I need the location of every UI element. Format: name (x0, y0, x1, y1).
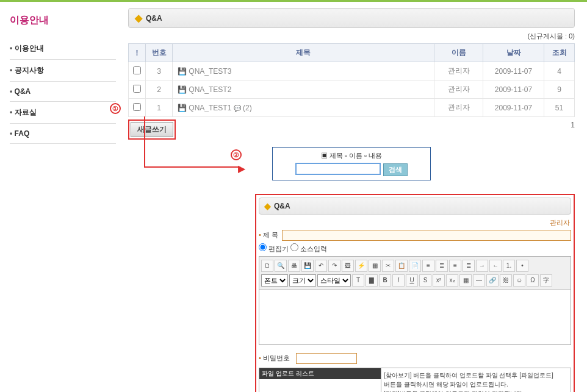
write-button-highlight: 새글쓰기 (128, 119, 176, 140)
search-opt-name: ▫ 이름 (345, 152, 362, 159)
row-title-link[interactable]: QNA_TEST1 (189, 104, 231, 112)
password-input[interactable] (296, 353, 357, 364)
tb-sub-icon[interactable]: x₂ (446, 274, 458, 287)
tb-ol-icon[interactable]: 1. (503, 260, 515, 272)
tb-redo-icon[interactable]: ↷ (328, 260, 340, 272)
row-name: 관리자 (434, 80, 483, 99)
tb-italic-icon[interactable]: I (392, 274, 405, 287)
size-select[interactable]: 크기 (289, 274, 316, 287)
sidebar-item-notice[interactable]: 공지사항 (10, 60, 116, 82)
tb-unlink-icon[interactable]: ⛓ (500, 274, 512, 287)
file-icon: 💾 (178, 104, 187, 112)
file-icon: 💾 (178, 67, 187, 76)
upload-file-list[interactable] (259, 379, 380, 393)
tb-emoji-icon[interactable]: ☺ (513, 274, 525, 287)
search-opt-content: ▫ 내용 (364, 152, 382, 159)
col-no: 번호 (146, 44, 173, 62)
sidebar-item-data[interactable]: 자료실 (10, 102, 116, 124)
tb-cut-icon[interactable]: ✂ (382, 260, 394, 272)
tb-align-right-icon[interactable]: ≡ (449, 260, 461, 272)
tb-hr-icon[interactable]: — (473, 274, 485, 287)
panel-header: ◆ Q&A (128, 8, 575, 28)
editor-form-panel: ◆ Q&A 관리자 제 목 편집기 소스입력 🗋 🔍 🖶 (255, 194, 575, 393)
author-label: 관리자 (259, 218, 571, 227)
sidebar-item-guide[interactable]: 이용안내 (10, 38, 116, 60)
tb-align-justify-icon[interactable]: ≣ (463, 260, 475, 272)
row-no: 1 (146, 99, 173, 117)
row-views: 9 (544, 80, 575, 99)
sidebar-item-faq[interactable]: FAQ (10, 124, 116, 144)
upload-help-text: [찾아보기] 버튼을 클릭하여 업로드할 파일 선택후 [파일업로드] 버튼을 … (384, 371, 568, 393)
upload-list-header: 파일 업로드 리스트 (259, 368, 381, 379)
book-icon: ◆ (264, 201, 271, 211)
tb-link-icon[interactable]: 🔗 (486, 274, 499, 287)
tb-char-icon[interactable]: 字 (540, 274, 552, 287)
table-row: 2 💾 QNA_TEST2 관리자 2009-11-07 9 (129, 80, 575, 99)
row-title-link[interactable]: QNA_TEST2 (189, 85, 231, 94)
radio-editor[interactable]: 편집기 (259, 245, 289, 252)
step-1-marker: ① (110, 103, 121, 114)
tb-sup-icon[interactable]: x² (433, 274, 445, 287)
title-input[interactable] (282, 230, 571, 241)
search-input[interactable] (295, 163, 381, 175)
col-check: ! (129, 44, 146, 62)
search-panel: ▣ 제목 ▫ 이름 ▫ 내용 검색 (272, 147, 431, 180)
tb-flash-icon[interactable]: ⚡ (355, 260, 367, 272)
password-label: 비밀번호 (259, 354, 290, 363)
row-date: 2009-11-07 (483, 80, 544, 99)
font-select[interactable]: 폰트 (261, 274, 288, 287)
row-checkbox[interactable] (133, 66, 141, 74)
table-row: 1 💾 QNA_TEST1 💬 (2) 관리자 2009-11-07 51 (129, 99, 575, 117)
tb-image-icon[interactable]: 🖼 (342, 260, 354, 272)
tb-paste-icon[interactable]: 📄 (409, 260, 421, 272)
tb-copy-icon[interactable]: 📋 (395, 260, 408, 272)
row-checkbox[interactable] (133, 85, 141, 93)
tb-special-icon[interactable]: Ω (527, 274, 539, 287)
tb-align-center-icon[interactable]: ≣ (436, 260, 448, 272)
sidebar-item-qna[interactable]: Q&A (10, 82, 116, 102)
search-button[interactable]: 검색 (383, 163, 408, 176)
row-title-link[interactable]: QNA_TEST3 (189, 67, 231, 76)
main-content: ◆ Q&A (신규게시물 : 0) ! 번호 제목 이름 날짜 조회 3 💾 (116, 8, 587, 392)
content-textarea[interactable] (259, 290, 571, 345)
row-date: 2009-11-07 (483, 99, 544, 117)
tb-print-icon[interactable]: 🖶 (288, 260, 300, 272)
col-date: 날짜 (483, 44, 544, 62)
row-date: 2009-11-07 (483, 62, 544, 80)
search-opt-title: ▣ 제목 (321, 152, 343, 159)
arrow-head-icon: ▶ (238, 163, 245, 174)
editor-header: ◆ Q&A (259, 198, 571, 215)
arrow-line (144, 116, 145, 166)
style-select[interactable]: 스타일 (317, 274, 351, 287)
tb-outdent-icon[interactable]: ← (489, 260, 502, 272)
step-2-marker: ② (231, 149, 242, 160)
arrow-line (144, 166, 240, 168)
tb-ul-icon[interactable]: • (516, 260, 528, 272)
col-views: 조회 (544, 44, 575, 62)
tb-preview-icon[interactable]: 🔍 (275, 260, 287, 272)
page-number: 1 (571, 121, 575, 129)
tb-new-icon[interactable]: 🗋 (261, 260, 273, 272)
tb-align-left-icon[interactable]: ≡ (422, 260, 434, 272)
tb-media-icon[interactable]: ▦ (369, 260, 381, 272)
upload-section: 파일 업로드 리스트 [찾아보기] 버튼을 클릭하여 업로드할 파일 선택후 [… (259, 368, 571, 393)
row-no: 3 (146, 62, 173, 80)
tb-save-icon[interactable]: 💾 (301, 260, 314, 272)
tb-indent-icon[interactable]: → (476, 260, 488, 272)
tb-undo-icon[interactable]: ↶ (315, 260, 327, 272)
tb-textcolor-icon[interactable]: T (352, 274, 364, 287)
tb-bgcolor-icon[interactable]: ▇ (366, 274, 378, 287)
tb-strike-icon[interactable]: S (419, 274, 431, 287)
col-title: 제목 (173, 44, 434, 62)
tb-table-icon[interactable]: ▦ (459, 274, 472, 287)
radio-source[interactable]: 소스입력 (290, 245, 327, 252)
tb-bold-icon[interactable]: B (379, 274, 391, 287)
title-label: 제 목 (259, 230, 278, 240)
row-checkbox[interactable] (133, 103, 141, 111)
write-post-button[interactable]: 새글쓰기 (131, 122, 173, 137)
row-views: 4 (544, 62, 575, 80)
row-name: 관리자 (434, 99, 483, 117)
sidebar: 이용안내 이용안내 공지사항 Q&A 자료실 FAQ (0, 8, 116, 392)
panel-title: Q&A (146, 14, 162, 23)
tb-underline-icon[interactable]: U (406, 274, 418, 287)
